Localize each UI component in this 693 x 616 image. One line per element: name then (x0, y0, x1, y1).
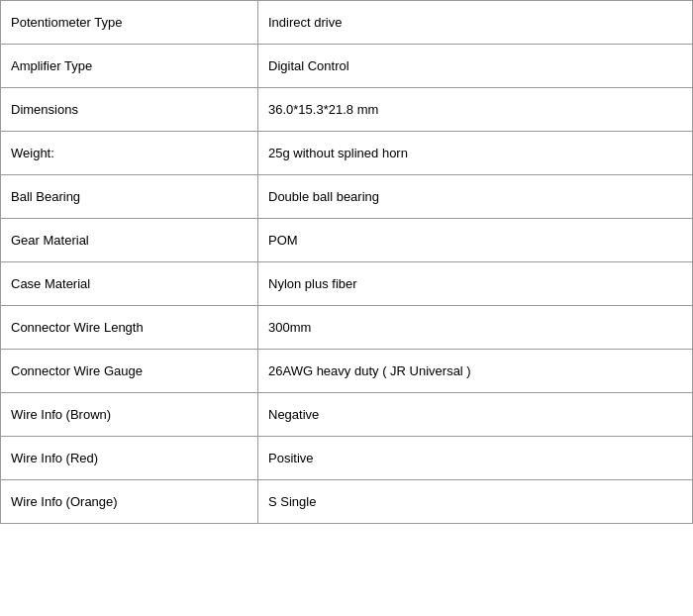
spec-value: Negative (258, 393, 693, 437)
table-row: Wire Info (Red)Positive (1, 437, 693, 480)
table-row: Case MaterialNylon plus fiber (1, 262, 693, 306)
spec-label: Potentiometer Type (1, 1, 258, 45)
spec-value: 25g without splined horn (258, 132, 693, 175)
spec-label: Connector Wire Length (1, 306, 258, 350)
table-row: Connector Wire Length300mm (1, 306, 693, 350)
table-row: Amplifier TypeDigital Control (1, 45, 693, 88)
table-row: Connector Wire Gauge26AWG heavy duty ( J… (1, 350, 693, 393)
spec-label: Wire Info (Red) (1, 437, 258, 480)
spec-label: Case Material (1, 262, 258, 306)
spec-value: Positive (258, 437, 693, 480)
spec-table: Potentiometer TypeIndirect driveAmplifie… (0, 0, 693, 524)
table-row: Gear MaterialPOM (1, 219, 693, 262)
table-row: Weight:25g without splined horn (1, 132, 693, 175)
spec-value: 26AWG heavy duty ( JR Universal ) (258, 350, 693, 393)
spec-value: Digital Control (258, 45, 693, 88)
table-row: Wire Info (Orange)S Single (1, 480, 693, 524)
spec-value: POM (258, 219, 693, 262)
spec-value: Indirect drive (258, 1, 693, 45)
spec-label: Connector Wire Gauge (1, 350, 258, 393)
spec-label: Weight: (1, 132, 258, 175)
table-row: Ball BearingDouble ball bearing (1, 175, 693, 219)
spec-value: 300mm (258, 306, 693, 350)
spec-label: Gear Material (1, 219, 258, 262)
table-row: Dimensions36.0*15.3*21.8 mm (1, 88, 693, 132)
table-row: Potentiometer TypeIndirect drive (1, 1, 693, 45)
spec-value: S Single (258, 480, 693, 524)
spec-value: 36.0*15.3*21.8 mm (258, 88, 693, 132)
table-row: Wire Info (Brown)Negative (1, 393, 693, 437)
spec-value: Nylon plus fiber (258, 262, 693, 306)
spec-label: Amplifier Type (1, 45, 258, 88)
spec-label: Ball Bearing (1, 175, 258, 219)
spec-label: Wire Info (Orange) (1, 480, 258, 524)
spec-label: Wire Info (Brown) (1, 393, 258, 437)
spec-value: Double ball bearing (258, 175, 693, 219)
spec-label: Dimensions (1, 88, 258, 132)
